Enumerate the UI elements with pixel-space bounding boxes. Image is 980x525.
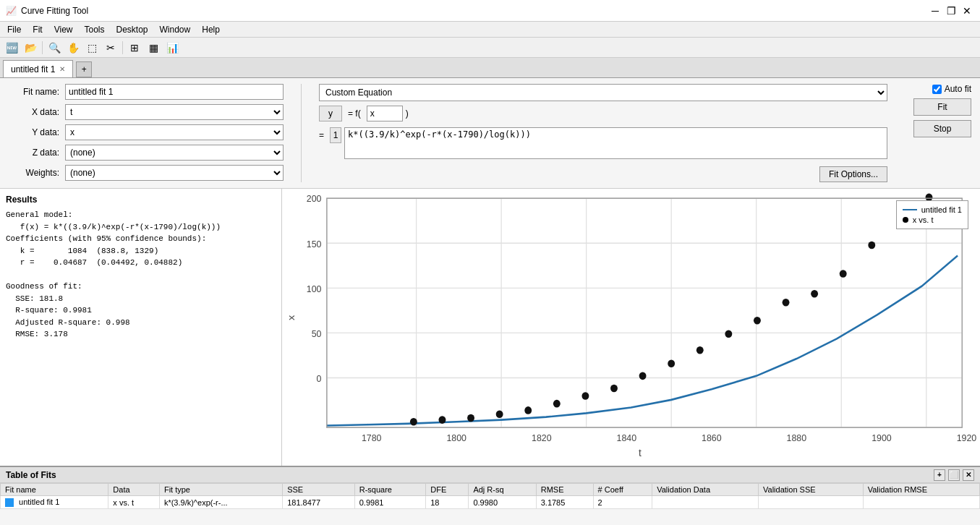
toolbar-zoom-btn[interactable]: 🔍 (46, 40, 63, 56)
ydata-select[interactable]: t x (65, 124, 284, 140)
data-point-10 (668, 359, 675, 367)
autofit-checkbox[interactable] (932, 85, 942, 94)
toolbar-open-btn[interactable]: 📂 (22, 40, 39, 56)
legend-fit-label: untitled fit 1 (921, 205, 962, 214)
tab-close-btn[interactable]: ✕ (59, 65, 65, 73)
results-panel: Results General model: f(x) = k*((3.9/k)… (0, 189, 282, 466)
eq-num-label: 1 (330, 127, 341, 143)
table-title: Table of Fits (6, 470, 56, 480)
title-bar-text: Curve Fitting Tool (21, 6, 88, 16)
xdata-row: X data: t x (9, 104, 284, 120)
xdata-select[interactable]: t x (65, 104, 284, 120)
col-r-square[interactable]: R-square (354, 484, 425, 496)
table-close-btn[interactable]: ✕ (963, 469, 974, 481)
tab-label: untitled fit 1 (11, 64, 55, 74)
weights-select[interactable]: (none) (65, 165, 284, 181)
fitname-row: Fit name: (9, 84, 284, 100)
col-adj-r-sq[interactable]: Adj R-sq (469, 484, 536, 496)
legend-fit-line (903, 209, 917, 210)
table-row[interactable]: untitled fit 1 x vs. t k*(3.9/k)^exp(-r-… (1, 496, 980, 509)
toolbar-exclude-btn[interactable]: ✂ (102, 40, 119, 56)
legend-data-label: x vs. t (913, 215, 934, 224)
menu-bar: File Fit View Tools Desktop Window Help (0, 22, 980, 38)
ydata-label: Y data: (9, 127, 59, 137)
col-dfe[interactable]: DFE (426, 484, 469, 496)
svg-text:1820: 1820 (532, 432, 551, 443)
data-point-4 (496, 410, 503, 418)
menu-window[interactable]: Window (154, 22, 197, 38)
results-title: Results (6, 195, 276, 205)
cell-validation-data (652, 496, 759, 509)
fit-options-button[interactable]: Fit Options... (819, 166, 887, 182)
table-section: Table of Fits + ⬜ ✕ Fit name Data Fit ty… (0, 466, 980, 525)
col-sse[interactable]: SSE (283, 484, 355, 496)
minimize-button[interactable]: ─ (928, 4, 942, 18)
fit-options-row: Fit Options... (319, 166, 887, 182)
toolbar-pan-btn[interactable]: ✋ (64, 40, 82, 56)
svg-text:1920: 1920 (957, 432, 976, 443)
data-point-12 (725, 330, 732, 338)
data-point-13 (754, 317, 761, 325)
left-config: Fit name: X data: t x Y data: t x Z data… (9, 84, 284, 181)
eq-f-label: = f( (345, 108, 364, 119)
col-fit-type[interactable]: Fit type (159, 484, 282, 496)
tab-new-btn[interactable]: + (76, 61, 92, 77)
table-header-bar: Table of Fits + ⬜ ✕ (0, 467, 980, 483)
menu-desktop[interactable]: Desktop (111, 22, 154, 38)
svg-text:200: 200 (307, 193, 322, 204)
col-validation-sse[interactable]: Validation SSE (759, 484, 864, 496)
col-validation-rmse[interactable]: Validation RMSE (863, 484, 979, 496)
menu-tools[interactable]: Tools (78, 22, 110, 38)
chart-svg: 200 150 100 50 0 1780 1800 1820 1840 186… (282, 189, 980, 466)
toolbar-new-btn[interactable]: 🆕 (3, 40, 20, 56)
svg-rect-0 (327, 198, 962, 427)
svg-text:1780: 1780 (362, 432, 381, 443)
chart-area: 200 150 100 50 0 1780 1800 1820 1840 186… (282, 189, 980, 466)
col-rmse[interactable]: RMSE (536, 484, 593, 496)
data-point-1 (410, 418, 417, 426)
restore-button[interactable]: ❐ (944, 4, 958, 18)
legend-data-dot (903, 217, 908, 223)
eq-close-paren: ) (406, 108, 409, 119)
menu-fit[interactable]: Fit (27, 22, 48, 38)
top-panel: Fit name: X data: t x Y data: t x Z data… (0, 78, 980, 189)
menu-file[interactable]: File (1, 22, 27, 38)
fit-button[interactable]: Fit (913, 98, 971, 116)
toolbar-grid-btn[interactable]: ▦ (145, 40, 162, 56)
close-button[interactable]: ✕ (960, 4, 974, 18)
toolbar-select-btn[interactable]: ⬚ (83, 40, 101, 56)
menu-view[interactable]: View (48, 22, 79, 38)
stop-button[interactable]: Stop (913, 120, 971, 137)
table-scroll-area[interactable]: Fit name Data Fit type SSE R-square DFE … (0, 483, 980, 524)
eq-x-input[interactable]: x (367, 106, 403, 121)
far-right-config: Auto fit Fit Stop (899, 84, 971, 137)
data-point-14 (783, 299, 790, 307)
app-icon: 📈 (6, 6, 17, 16)
cell-n-coeff: 2 (593, 496, 652, 509)
col-validation-data[interactable]: Validation Data (652, 484, 759, 496)
col-n-coeff[interactable]: # Coeff (593, 484, 652, 496)
toolbar-chart-btn[interactable]: 📊 (163, 40, 181, 56)
col-fit-name[interactable]: Fit name (1, 484, 108, 496)
tab-bar: untitled fit 1 ✕ + (0, 58, 980, 78)
ydata-row: Y data: t x (9, 124, 284, 140)
table-restore-btn[interactable]: ⬜ (948, 469, 960, 481)
config-divider (301, 84, 302, 182)
tab-untitled-fit-1[interactable]: untitled fit 1 ✕ (3, 60, 73, 77)
eq-formula-textarea[interactable]: k*((3.9/k)^exp(-r*(x-1790)/log(k))) (344, 127, 887, 159)
right-config: Custom Equation y = f( x ) = 1 k*((3.9/k… (319, 84, 887, 182)
data-point-17 (868, 242, 875, 249)
fit-color-indicator (5, 498, 14, 507)
cell-validation-rmse (863, 496, 979, 509)
toolbar-sep-2 (122, 41, 123, 54)
toolbar-table-btn[interactable]: ⊞ (126, 40, 143, 56)
col-data[interactable]: Data (108, 484, 160, 496)
menu-help[interactable]: Help (196, 22, 226, 38)
cell-fit-name: untitled fit 1 (1, 496, 108, 509)
table-add-btn[interactable]: + (934, 469, 945, 481)
fitname-input[interactable] (65, 84, 284, 100)
equation-type-select[interactable]: Custom Equation (319, 84, 887, 101)
zdata-select[interactable]: (none) (65, 145, 284, 161)
svg-text:50: 50 (312, 328, 322, 338)
data-point-16 (840, 270, 847, 278)
